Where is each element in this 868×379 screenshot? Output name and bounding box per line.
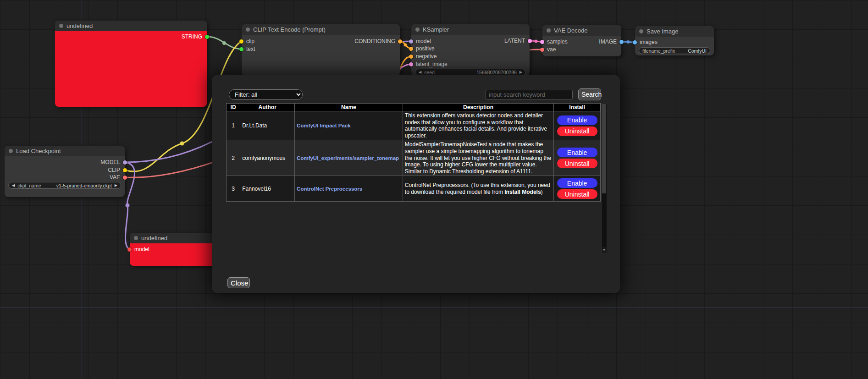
node-title: Save Image [647, 28, 678, 35]
enable-button[interactable]: Enable [557, 148, 597, 157]
widget-value: v1-5-pruned-emaonly.ckpt [56, 183, 112, 188]
node-clip-text-encode[interactable]: CLIP Text Encode (Prompt) clip text COND… [242, 24, 400, 76]
extension-link[interactable]: ControlNet Preprocessors [297, 186, 362, 192]
node-load-checkpoint[interactable]: Load Checkpoint MODEL CLIP VAE ◀ ckpt_na… [5, 146, 125, 197]
node-collapse-dot[interactable] [415, 27, 420, 32]
input-slot-label: text [246, 46, 255, 52]
node-collapse-dot[interactable] [246, 27, 250, 32]
column-header-install: Install [554, 104, 601, 111]
output-slot-string[interactable] [205, 35, 209, 39]
input-slot-label: model [134, 246, 149, 253]
extension-link[interactable]: ComfyUI_experiments/sampler_tonemap [297, 155, 399, 161]
node-vae-decode[interactable]: VAE Decode samples vae IMAGE [542, 25, 621, 56]
node-body: MODEL CLIP VAE ◀ ckpt_name v1-5-pruned-e… [5, 156, 125, 197]
decrement-arrow-icon[interactable]: ◀ [419, 70, 421, 74]
node-title: KSampler [423, 26, 449, 33]
node-title-bar: undefined [55, 21, 207, 31]
decrement-arrow-icon[interactable]: ◀ [12, 183, 15, 187]
node-collapse-dot[interactable] [639, 29, 643, 33]
cell-author: Dr.Lt.Data [240, 111, 295, 140]
uninstall-button[interactable]: Uninstall [557, 126, 597, 136]
node-collapse-dot[interactable] [547, 28, 551, 33]
output-slot-label: IMAGE [599, 38, 617, 45]
input-slot-label: positive [416, 45, 435, 52]
input-slot-latent-image[interactable] [409, 62, 413, 66]
increment-arrow-icon[interactable]: ▶ [115, 183, 117, 187]
input-slot-label: model [416, 38, 431, 44]
output-slot-label: LATENT [504, 38, 525, 44]
node-body: model [130, 243, 217, 266]
node-title: undefined [66, 22, 93, 29]
output-slot-model[interactable] [123, 160, 127, 165]
input-slot-negative[interactable] [409, 55, 413, 59]
input-slot-clip[interactable] [239, 39, 243, 44]
node-title-bar: VAE Decode [542, 25, 621, 36]
extension-link[interactable]: ComfyUI Impact Pack [297, 123, 351, 128]
cell-name: ComfyUI Impact Pack [295, 111, 403, 140]
filter-select[interactable]: Filter: all [229, 89, 303, 100]
input-slot-model[interactable] [409, 39, 413, 44]
close-button[interactable]: Close [227, 277, 250, 288]
output-slot-label: MODEL [100, 159, 120, 165]
node-title: Load Checkpoint [16, 148, 61, 154]
input-slot-vae[interactable] [540, 48, 544, 52]
cell-install: EnableUninstall [554, 111, 601, 140]
node-title-bar: Save Image [635, 26, 714, 37]
node-title: undefined [141, 235, 167, 242]
input-slot-label: vae [547, 46, 556, 53]
input-slot-model[interactable] [127, 247, 132, 252]
ckpt-name-widget[interactable]: ◀ ckpt_name v1-5-pruned-emaonly.ckpt ▶ [8, 182, 121, 189]
filename-prefix-widget[interactable]: filename_prefix ComfyUI [639, 47, 710, 54]
search-input[interactable] [486, 90, 573, 99]
output-slot-label: CONDITIONING [354, 38, 395, 44]
scrollbar-down-arrow-icon[interactable]: ▼ [602, 247, 607, 253]
input-slot-label: images [640, 39, 658, 45]
node-undefined-bottom[interactable]: undefined model [130, 233, 217, 266]
increment-arrow-icon[interactable]: ▶ [520, 70, 522, 74]
node-title-bar: Load Checkpoint [5, 146, 125, 156]
input-slot-label: clip [246, 38, 254, 44]
uninstall-button[interactable]: Uninstall [557, 159, 597, 168]
cell-description: ControlNet Preprocessors. (To use this e… [403, 176, 553, 202]
node-body: STRING [55, 31, 207, 107]
node-title-bar: CLIP Text Encode (Prompt) [242, 24, 400, 35]
table-scrollbar[interactable]: ▼ [601, 103, 607, 253]
node-save-image[interactable]: Save Image images filename_prefix ComfyU… [635, 26, 714, 55]
output-slot-vae[interactable] [123, 176, 127, 180]
cell-name: ControlNet Preprocessors [295, 176, 403, 202]
input-slot-images[interactable] [633, 40, 637, 44]
node-collapse-dot[interactable] [59, 24, 63, 28]
extensions-table: IDAuthorNameDescriptionInstall 1Dr.Lt.Da… [226, 103, 601, 202]
column-header-description: Description [403, 104, 553, 111]
node-undefined-top[interactable]: undefined STRING [55, 21, 207, 107]
cell-author: comfyanonymous [240, 140, 295, 176]
cell-description: This extension offers various detector n… [403, 111, 553, 140]
output-slot-label: STRING [182, 33, 202, 40]
column-header-id: ID [227, 104, 240, 111]
uninstall-button[interactable]: Uninstall [557, 189, 597, 199]
column-header-name: Name [295, 104, 403, 111]
input-slot-label: negative [416, 53, 437, 60]
cell-install: EnableUninstall [554, 176, 601, 202]
input-slot-samples[interactable] [540, 40, 544, 44]
node-ksampler[interactable]: KSampler model positive negative latent_… [411, 24, 530, 76]
output-slot-conditioning[interactable] [398, 39, 402, 44]
cell-description: ModelSamplerTonemapNoiseTest a node that… [403, 140, 553, 176]
scrollbar-thumb[interactable] [602, 104, 606, 193]
node-collapse-dot[interactable] [9, 149, 13, 153]
input-slot-positive[interactable] [409, 47, 413, 51]
input-slot-text[interactable] [239, 47, 243, 51]
cell-id: 3 [227, 176, 240, 202]
output-slot-image[interactable] [619, 40, 624, 44]
node-collapse-dot[interactable] [134, 236, 138, 240]
widget-value: ComfyUI [688, 48, 707, 54]
enable-button[interactable]: Enable [557, 178, 597, 188]
node-body: images filename_prefix ComfyUI [635, 37, 714, 55]
extensions-table-body: 1Dr.Lt.DataComfyUI Impact PackThis exten… [227, 111, 601, 202]
output-slot-clip[interactable] [123, 168, 127, 172]
cell-author: Fannovel16 [240, 176, 295, 202]
search-button[interactable]: Search [578, 88, 601, 100]
output-slot-latent[interactable] [528, 39, 532, 43]
cell-id: 1 [227, 111, 240, 140]
enable-button[interactable]: Enable [557, 115, 597, 125]
